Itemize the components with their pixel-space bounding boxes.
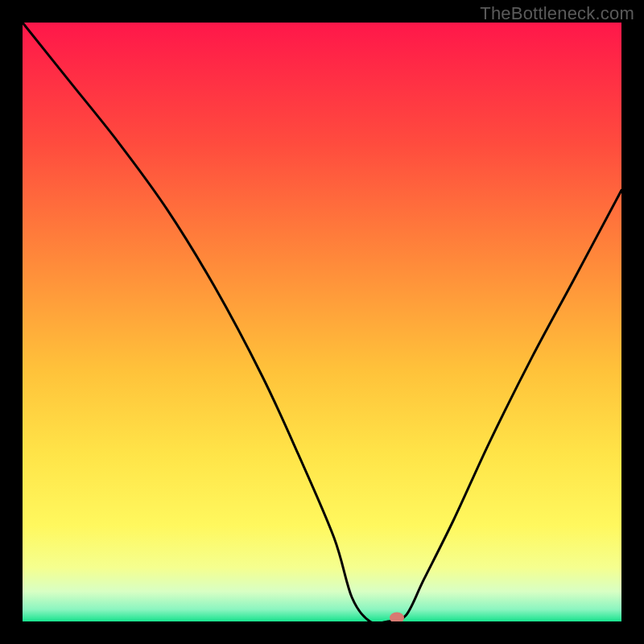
plot-area [23,23,621,621]
bottleneck-chart [23,23,621,621]
chart-frame: TheBottleneck.com [0,0,644,644]
watermark-text: TheBottleneck.com [480,3,634,24]
gradient-background [23,23,621,621]
